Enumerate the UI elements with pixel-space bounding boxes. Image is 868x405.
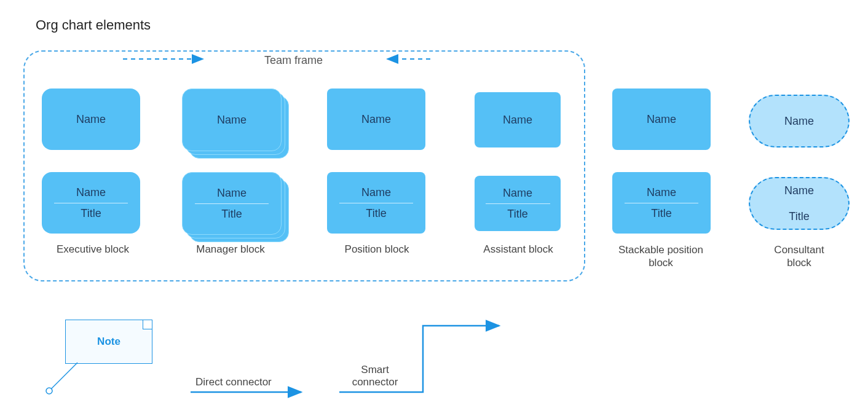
block-name: Name: [42, 186, 140, 199]
executive-block-name-title: Name Title: [42, 172, 140, 234]
consultant-block-name-title: Name Title: [749, 177, 850, 230]
block-name: Name: [217, 114, 247, 127]
block-name: Name: [503, 114, 532, 127]
block-name: Name: [183, 187, 281, 200]
block-name: Name: [784, 115, 814, 128]
note-shape: Note: [65, 320, 152, 364]
label-executive: Executive block: [53, 243, 133, 256]
page-title: Org chart elements: [36, 17, 151, 33]
position-block-name-only: Name: [327, 88, 425, 150]
label-consultant: Consultant block: [762, 243, 836, 270]
assistant-block-name-only: Name: [475, 92, 561, 147]
block-name: Name: [647, 113, 676, 126]
block-separator: [195, 203, 269, 204]
note-label: Note: [97, 336, 120, 348]
block-name: Name: [475, 187, 561, 200]
svg-line-2: [51, 363, 77, 389]
note-fold-icon: [143, 320, 152, 329]
block-name: Name: [750, 184, 848, 197]
block-separator: [54, 203, 128, 203]
label-assistant: Assistant block: [478, 243, 558, 256]
label-manager: Manager block: [191, 243, 270, 256]
stackable-block-name-title: Name Title: [612, 172, 711, 234]
executive-block-name-only: Name: [42, 88, 140, 150]
block-title: Title: [750, 210, 848, 223]
block-separator: [486, 203, 550, 204]
smart-connector-label: Smart connector: [344, 364, 406, 389]
block-separator: [625, 203, 698, 203]
position-block-name-title: Name Title: [327, 172, 425, 234]
label-position: Position block: [337, 243, 417, 256]
block-title: Title: [183, 208, 281, 221]
block-title: Title: [42, 207, 140, 220]
stackable-block-name-only: Name: [612, 88, 711, 150]
block-name: Name: [361, 113, 391, 126]
block-name: Name: [76, 113, 106, 126]
diagram-canvas: Org chart elements Team frame Name Name …: [0, 0, 868, 405]
block-name: Name: [612, 186, 711, 199]
block-title: Title: [475, 208, 561, 221]
block-name: Name: [327, 186, 425, 199]
block-separator: [339, 203, 413, 203]
block-title: Title: [327, 207, 425, 220]
assistant-block-name-title: Name Title: [475, 176, 561, 231]
consultant-block-name-only: Name: [749, 95, 850, 147]
svg-point-3: [46, 388, 52, 394]
block-title: Title: [612, 207, 711, 220]
label-stackable: Stackable position block: [615, 243, 707, 270]
team-frame-label: Team frame: [264, 54, 323, 67]
direct-connector-label: Direct connector: [195, 376, 272, 388]
